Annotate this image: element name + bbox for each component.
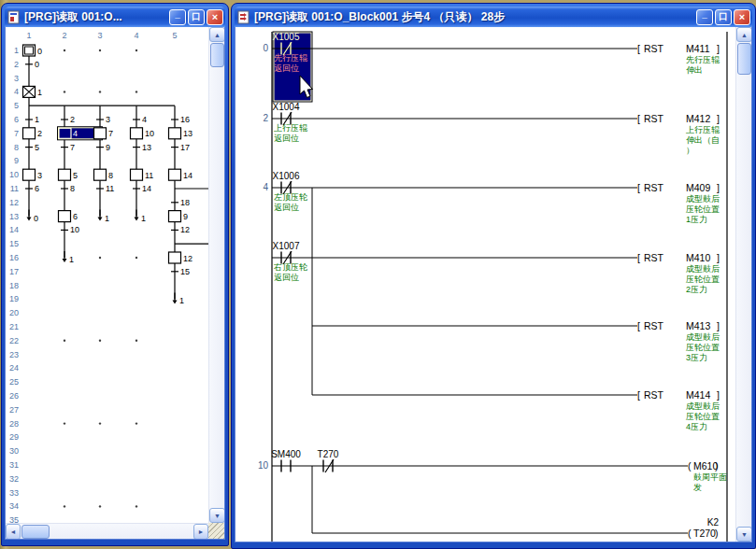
step-number: 3	[37, 171, 42, 180]
sfc-transition[interactable]: 15	[171, 267, 190, 276]
sfc-jump[interactable]: 1	[135, 210, 147, 223]
sfc-transition[interactable]: 1	[25, 115, 39, 124]
sfc-step[interactable]: 0	[23, 45, 43, 56]
step-number: 2	[37, 129, 42, 138]
ladder-coil-M411[interactable]: [RSTM411]先行压辊伸出	[637, 43, 720, 75]
ladder-coil-M412[interactable]: [RSTM412]上行压辊伸出（自）	[637, 113, 720, 155]
ladder-contact-T270[interactable]: T270	[318, 449, 339, 472]
sfc-step[interactable]: 7	[94, 128, 114, 139]
scroll-left-button[interactable]: ◄	[6, 524, 21, 540]
rung-step-number: 2	[263, 113, 268, 123]
sfc-transition[interactable]: 10	[61, 225, 79, 234]
jump-target: 1	[69, 255, 74, 264]
sfc-transition[interactable]: 5	[25, 143, 39, 152]
scroll-thumb[interactable]	[210, 43, 224, 67]
sfc-vertical-scrollbar[interactable]: ▲ ▼	[208, 27, 224, 523]
maximize-button[interactable]: 口	[715, 9, 732, 25]
ladder-contact-X1006[interactable]: X1006左顶压轮返回位	[273, 171, 307, 212]
scroll-thumb[interactable]	[21, 525, 50, 539]
sfc-transition[interactable]: 2	[61, 115, 75, 124]
ladder-coil-M410[interactable]: [RSTM410]成型鼓后压轮位置2压力	[637, 252, 720, 294]
sfc-transition[interactable]: 18	[171, 198, 190, 207]
sfc-step[interactable]: 3	[23, 169, 43, 180]
row-number: 20	[9, 308, 19, 317]
sfc-jump[interactable]: 0	[27, 210, 39, 223]
sfc-transition[interactable]: 3	[96, 115, 110, 124]
sfc-transition[interactable]: 17	[171, 143, 190, 152]
scroll-down-button[interactable]: ▼	[209, 508, 225, 523]
ladder-coil-M409[interactable]: [RSTM409]成型鼓后压轮位置1压力	[637, 182, 720, 224]
step-number: 5	[73, 171, 78, 180]
sfc-transition[interactable]: 7	[61, 143, 75, 152]
row-number: 30	[9, 446, 19, 456]
sfc-transition[interactable]: 13	[133, 143, 151, 152]
sfc-transition[interactable]: 6	[25, 184, 39, 193]
sfc-step[interactable]: 5	[59, 169, 78, 180]
row-number: 18	[9, 281, 19, 290]
sfc-horizontal-scrollbar[interactable]: ◄ ►	[6, 523, 208, 539]
close-button[interactable]: ×	[734, 9, 750, 25]
ladder-window-titlebar[interactable]: [PRG]读取 001:O_Block001 步号4 （只读） 28步 _ 口 …	[235, 7, 752, 27]
sfc-transition[interactable]: 8	[61, 184, 75, 193]
sfc-transition[interactable]: 4	[133, 115, 147, 124]
sfc-step[interactable]: 6	[59, 211, 78, 222]
minimize-button[interactable]: _	[696, 9, 713, 25]
row-number: 11	[10, 184, 19, 193]
ladder-vertical-scrollbar[interactable]: ▲ ▼	[735, 27, 751, 542]
ladder-coil-M414[interactable]: [RSTM414]成型鼓后压轮位置4压力	[637, 389, 720, 431]
row-number: 12	[9, 198, 19, 207]
device-comment: 成型鼓后	[686, 264, 720, 274]
sfc-step[interactable]: 13	[169, 128, 193, 139]
row-number: 23	[9, 350, 19, 359]
sfc-window-titlebar[interactable]: [PRG]读取 001:O... _ 口 ×	[5, 7, 225, 27]
sfc-transition[interactable]: 0	[25, 60, 39, 69]
sfc-step[interactable]: 1	[23, 86, 43, 97]
sfc-step[interactable]: 11	[131, 169, 154, 180]
ladder-contact-X1004[interactable]: X1004上行压辊返回位	[273, 102, 307, 143]
close-button[interactable]: ×	[207, 9, 223, 25]
sfc-step[interactable]: 8	[94, 169, 114, 180]
resize-grip[interactable]	[208, 523, 224, 539]
sfc-jump[interactable]: 1	[63, 251, 75, 264]
scroll-thumb[interactable]	[737, 43, 751, 75]
scroll-up-button[interactable]: ▲	[736, 27, 752, 42]
sfc-step[interactable]: 2	[23, 128, 43, 139]
window-title: [PRG]读取 001:O_Block001 步号4 （只读） 28步	[254, 9, 689, 25]
scroll-up-button[interactable]: ▲	[209, 27, 225, 42]
minimize-button[interactable]: _	[169, 9, 186, 25]
ladder-coil-T270[interactable]: K2(T270)	[688, 517, 719, 539]
device-comment: 4压力	[686, 422, 707, 431]
device-comment: 压轮位置	[686, 343, 720, 352]
sfc-step[interactable]: 12	[169, 252, 193, 263]
sfc-transition[interactable]: 11	[96, 184, 114, 193]
ladder-contact-X1007[interactable]: X1007右顶压轮返回位	[273, 241, 307, 282]
sfc-transition[interactable]: 9	[96, 143, 110, 152]
sfc-jump[interactable]: 1	[98, 210, 110, 223]
ladder-coil-M413[interactable]: [RSTM413]成型鼓后压轮位置3压力	[637, 320, 720, 362]
row-number: 13	[9, 212, 19, 221]
sfc-step[interactable]: 10	[131, 128, 155, 139]
device-comment: 成型鼓后	[686, 194, 720, 204]
device-label: T270	[693, 528, 716, 539]
sfc-step[interactable]: 14	[169, 169, 193, 180]
sfc-transition[interactable]: 12	[171, 225, 190, 234]
step-number: 1	[37, 88, 42, 97]
ladder-contact-SM400[interactable]: SM400	[271, 449, 301, 472]
scroll-right-button[interactable]: ►	[193, 524, 208, 540]
transition-number: 1	[35, 115, 39, 124]
row-number: 10	[9, 170, 19, 179]
device-comment: 返回位	[274, 134, 299, 143]
grid-dot	[64, 49, 65, 51]
ladder-coil-M610[interactable]: (M610)鼓周平面发	[688, 460, 727, 492]
sfc-transition[interactable]: 14	[133, 184, 151, 193]
row-number: 1	[14, 46, 19, 55]
sfc-transition[interactable]: 16	[171, 115, 190, 124]
row-number: 29	[9, 432, 19, 442]
step-number: 10	[145, 129, 154, 138]
sfc-window: [PRG]读取 001:O... _ 口 × 12345123456789101…	[1, 3, 229, 546]
scroll-down-button[interactable]: ▼	[736, 527, 752, 542]
row-number: 31	[9, 460, 19, 470]
sfc-jump[interactable]: 1	[173, 292, 185, 305]
maximize-button[interactable]: 口	[188, 9, 205, 25]
sfc-step[interactable]: 9	[169, 211, 189, 222]
